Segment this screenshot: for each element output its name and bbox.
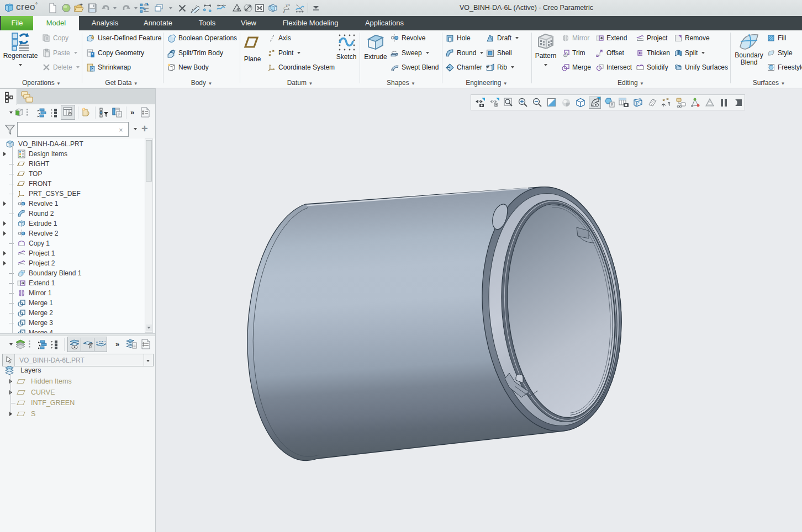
svg-text:z: z bbox=[283, 10, 285, 13]
svg-text:y x: y x bbox=[286, 3, 290, 7]
